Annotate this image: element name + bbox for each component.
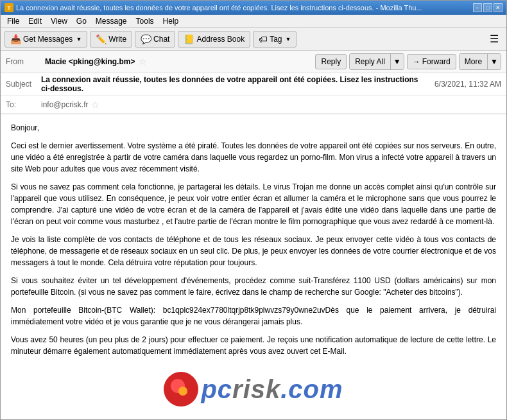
reply-all-group: Reply All ▼ — [349, 53, 404, 70]
body-paragraph-5: Mon portefeuille Bitcoin-(BTC Wallet): b… — [11, 304, 496, 328]
window-title: La connexion avait réussie, toutes les d… — [16, 4, 422, 12]
minimize-button[interactable]: − — [473, 3, 482, 12]
reply-button[interactable]: Reply — [315, 54, 347, 69]
more-dropdown[interactable]: ▼ — [488, 54, 501, 69]
more-group: More ▼ — [459, 53, 501, 70]
to-row: To: info@pcrisk.fr ☆ — [1, 96, 506, 114]
subject-label: Subject — [6, 80, 41, 89]
body-paragraph-4: Si vous souhaitez éviter un tel développ… — [11, 275, 496, 298]
tag-icon: 🏷 — [259, 34, 268, 44]
body-paragraph-0: Bonjour, — [11, 122, 496, 134]
menu-go[interactable]: Go — [73, 16, 90, 26]
write-icon: ✏️ — [96, 34, 107, 44]
tag-dropdown-icon[interactable]: ▼ — [286, 36, 291, 42]
address-book-button[interactable]: 📒 Address Book — [178, 31, 250, 48]
star-icon[interactable]: ☆ — [139, 57, 147, 67]
from-row: From Macie <pking@king.bm> ☆ — [6, 57, 147, 67]
chat-button[interactable]: 💬 Chat — [135, 31, 175, 48]
more-button[interactable]: More — [460, 54, 488, 69]
menu-file[interactable]: File — [3, 16, 23, 26]
menu-tools[interactable]: Tools — [132, 16, 158, 26]
app-icon: T — [4, 3, 13, 12]
watermark-inner-circle — [169, 378, 193, 401]
subject-row: Subject La connexion avait réussie, tout… — [1, 73, 506, 96]
to-star-icon[interactable]: ☆ — [91, 100, 99, 110]
body-paragraph-6: Vous avez 50 heures (un peu plus de 2 jo… — [11, 334, 496, 357]
forward-arrow-icon: → — [413, 57, 420, 66]
forward-button[interactable]: → Forward — [407, 54, 456, 69]
hamburger-menu[interactable]: ☰ — [486, 31, 503, 46]
close-button[interactable]: ✕ — [494, 3, 503, 12]
menu-view[interactable]: View — [47, 16, 71, 26]
to-address: info@pcrisk.fr — [41, 100, 89, 109]
title-bar-left: T La connexion avait réussie, toutes les… — [4, 3, 422, 12]
email-body[interactable]: Bonjour, Ceci est le dernier avertisseme… — [1, 114, 506, 419]
watermark: pcrisk.com — [1, 372, 506, 407]
header-action-buttons: Reply Reply All ▼ → Forward More ▼ — [315, 53, 501, 70]
main-window: T La connexion avait réussie, toutes les… — [0, 0, 507, 420]
email-header: From Macie <pking@king.bm> ☆ Reply Reply… — [1, 51, 506, 114]
watermark-suffix: .com — [280, 375, 343, 403]
watermark-circle — [164, 372, 198, 407]
menu-help[interactable]: Help — [159, 16, 183, 26]
watermark-dot-small — [178, 387, 187, 396]
date-text: 6/3/2021, 11:32 AM — [424, 80, 501, 89]
menu-bar: File Edit View Go Message Tools Help — [1, 15, 506, 28]
window-controls: − □ ✕ — [473, 3, 503, 12]
body-paragraph-2: Si vous ne savez pas comment cela foncti… — [11, 181, 496, 227]
to-label: To: — [6, 100, 41, 109]
watermark-inner: pcrisk.com — [164, 372, 343, 407]
write-button[interactable]: ✏️ Write — [90, 31, 132, 48]
from-name: Macie <pking@king.bm> — [45, 57, 135, 66]
watermark-dot-large — [171, 379, 185, 393]
maximize-button[interactable]: □ — [483, 3, 492, 12]
watermark-badge — [164, 372, 198, 407]
tag-button[interactable]: 🏷 Tag ▼ — [253, 31, 296, 48]
reply-all-button[interactable]: Reply All — [350, 54, 391, 69]
from-label: From — [6, 57, 41, 66]
get-messages-dropdown-icon[interactable]: ▼ — [76, 36, 82, 42]
menu-message[interactable]: Message — [92, 16, 131, 26]
get-messages-button[interactable]: 📥 Get Messages ▼ — [4, 31, 87, 48]
body-paragraph-1: Ceci est le dernier avertissement. Votre… — [11, 140, 496, 175]
reply-all-dropdown[interactable]: ▼ — [391, 54, 404, 69]
watermark-risk: risk — [232, 375, 280, 403]
watermark-text: pcrisk.com — [201, 376, 343, 402]
body-paragraph-3: Je vois la liste complète de vos contact… — [11, 234, 496, 268]
watermark-prefix: pc — [201, 375, 232, 403]
get-messages-icon: 📥 — [10, 34, 21, 44]
toolbar: 📥 Get Messages ▼ ✏️ Write 💬 Chat 📒 Addre… — [1, 28, 506, 51]
address-book-icon: 📒 — [184, 34, 194, 44]
menu-edit[interactable]: Edit — [24, 16, 46, 26]
header-actions-row: From Macie <pking@king.bm> ☆ Reply Reply… — [1, 51, 506, 73]
title-bar: T La connexion avait réussie, toutes les… — [1, 1, 506, 15]
subject-text: La connexion avait réussie, toutes les d… — [41, 75, 424, 93]
chat-icon: 💬 — [141, 34, 151, 44]
